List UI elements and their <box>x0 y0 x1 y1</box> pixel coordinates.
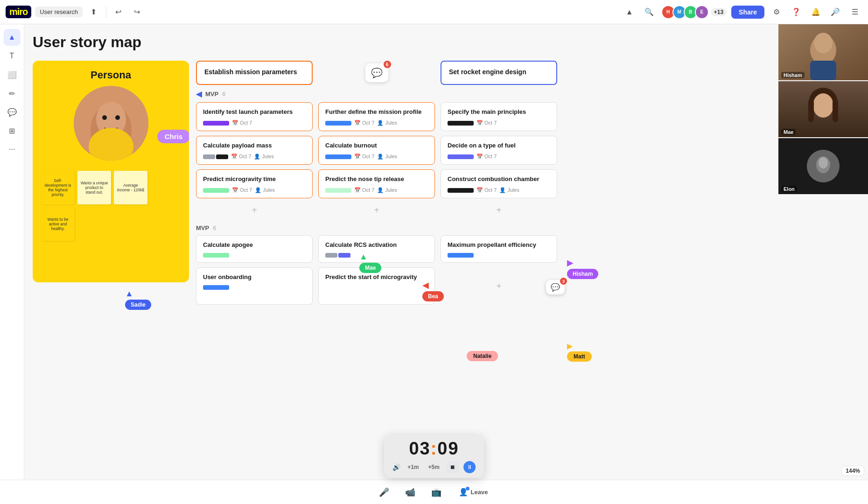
undo-button[interactable]: ↩ <box>111 5 126 20</box>
story-card-burnout[interactable]: Calculate burnout 📅 Oct 7 👤 Jules <box>318 136 435 165</box>
epic-card-2[interactable]: Set rocket engine design <box>441 61 557 85</box>
video-name-elon: Elon <box>781 186 797 192</box>
timer-display: 03:09 <box>409 440 459 457</box>
persona-card: Persona Chris Self-development is the h <box>33 61 189 282</box>
timer-plus5-button[interactable]: +5m <box>426 463 442 471</box>
timer-plus1-button[interactable]: +1m <box>405 463 421 471</box>
persona-sticky-notes: Self-development is the highest priority… <box>41 171 181 241</box>
video-panel: Hisham Mae <box>778 24 868 194</box>
mvp-label-1: ◀ MVP 6 <box>196 90 709 98</box>
story-card-payload[interactable]: Calculate payload mass 📅 Oct 7 👤 Jules <box>196 136 313 165</box>
share-button[interactable]: Share <box>731 6 764 19</box>
timer-stop-button[interactable]: ⏹ <box>447 461 459 473</box>
select-tool[interactable]: ▲ <box>4 29 21 46</box>
svg-rect-10 <box>810 61 836 80</box>
mvp-section-2: MVP 6 Calculate apogee Calculate RCS act… <box>196 224 709 305</box>
board-content: User story map Persona Chris <box>28 34 775 59</box>
camera-button[interactable]: 📹 <box>402 484 419 501</box>
floating-chat-bubble[interactable]: 💬 3 <box>546 280 565 294</box>
notification-button[interactable]: 🔔 <box>808 5 823 20</box>
persona-title: Persona <box>91 69 131 81</box>
story-card-mission-profile[interactable]: Further define the mission profile 📅 Oct… <box>318 102 435 131</box>
menu-button[interactable]: ☰ <box>847 5 862 20</box>
sticky-note-2: Wants a unique product to stand out. <box>77 171 111 204</box>
sticky-note-3: Average income - 120k$ <box>114 171 147 204</box>
text-tool[interactable]: T <box>4 48 21 64</box>
story-card-nose-tip[interactable]: Predict the nose tip release 📅 Oct 7 👤 J… <box>318 169 435 198</box>
comment-tool[interactable]: 💬 <box>4 104 21 120</box>
more-tools[interactable]: ··· <box>4 141 21 158</box>
help-button[interactable]: ❓ <box>789 5 804 20</box>
story-card-microgravity[interactable]: Predict microgravity time 📅 Oct 7 👤 Jule… <box>196 169 313 198</box>
video-tile-mae: Mae <box>778 81 868 137</box>
story-card-fuel[interactable]: Decide on a type of fuel 📅 Oct 7 <box>441 136 557 165</box>
leave-user-icon: 👤 <box>459 488 468 497</box>
story-map-area: Establish mission parameters 💬 6 Set roc… <box>196 61 709 309</box>
cards-row-5: User onboarding Predict the start of mic… <box>196 267 709 305</box>
miro-logo: miro <box>6 6 31 18</box>
cards-row-2: Calculate payload mass 📅 Oct 7 👤 Jules <box>196 136 709 165</box>
sticky-tool[interactable]: ⬜ <box>4 66 21 83</box>
chris-badge: Chris <box>157 130 189 143</box>
settings-button[interactable]: ⚙ <box>769 5 784 20</box>
persona-avatar <box>74 86 148 161</box>
svg-point-9 <box>814 33 833 53</box>
redo-button[interactable]: ↪ <box>130 5 145 20</box>
svg-rect-16 <box>833 99 838 122</box>
timer-widget: 03:09 🔊 +1m +5m ⏹ ⏸ <box>384 435 484 478</box>
mic-button[interactable]: 🎤 <box>376 484 392 501</box>
svg-rect-15 <box>808 99 814 122</box>
avatar-4: E <box>695 5 709 19</box>
zoom-badge: 144% <box>841 466 864 476</box>
story-card-principles[interactable]: Specify the main principles 📅 Oct 7 <box>441 102 557 131</box>
avatar-count: +13 <box>711 8 727 16</box>
search-zoom-button[interactable]: 🔍 <box>642 5 657 20</box>
svg-point-19 <box>819 157 828 168</box>
cards-row-4: Calculate apogee Calculate RCS activatio… <box>196 235 709 263</box>
video-tile-elon: Elon <box>778 138 868 194</box>
mvp-section-1: ◀ MVP 6 Identify test launch parameters … <box>196 90 709 217</box>
screen-share-button[interactable]: 📺 <box>428 484 445 501</box>
left-toolbar: ▲ T ⬜ ✏ 💬 ⊞ ··· » <box>0 24 24 504</box>
upload-button[interactable]: ⬆ <box>86 5 101 20</box>
cursor-sadie: ▲ Sadie <box>125 289 151 310</box>
add-card-3[interactable]: + <box>441 203 557 217</box>
epic-card-1[interactable]: Establish mission parameters <box>196 61 313 85</box>
chat-bubble-epic[interactable]: 💬 6 <box>318 61 435 85</box>
cards-row-1: Identify test launch parameters 📅 Oct 7 … <box>196 102 709 131</box>
add-card-2[interactable]: + <box>318 203 435 217</box>
bottom-bar: 🎤 📹 📺 👤 Leave <box>0 480 868 504</box>
timer-controls-row: 🔊 +1m +5m ⏹ ⏸ <box>392 461 476 473</box>
svg-point-3 <box>102 115 107 120</box>
add-row-1: + + + <box>196 203 709 217</box>
mvp-label-2: MVP 6 <box>196 224 709 231</box>
add-card-row5[interactable]: + <box>441 267 557 305</box>
timer-pause-button[interactable]: ⏸ <box>463 461 476 473</box>
svg-point-14 <box>813 93 833 118</box>
sticky-note-4: Wants to be active and healthy. <box>41 207 75 241</box>
search-button[interactable]: 🔎 <box>828 5 843 20</box>
cursor-natalie: Natalie <box>467 351 498 361</box>
video-name-mae: Mae <box>781 129 796 135</box>
cursor-icon[interactable]: ▲ <box>622 5 637 20</box>
epic-row: Establish mission parameters 💬 6 Set roc… <box>196 61 709 85</box>
cursor-matt: ▶ Matt <box>567 342 592 362</box>
leave-button[interactable]: 👤 Leave <box>454 485 493 499</box>
story-card-propellant[interactable]: Maximum propellant efficiency <box>441 235 557 263</box>
sticky-note-1: Self-development is the highest priority… <box>41 171 75 204</box>
video-name-hisham: Hisham <box>781 72 805 78</box>
avatar-group: H M B E +13 <box>661 5 727 19</box>
pen-tool[interactable]: ✏ <box>4 85 21 102</box>
frame-tool[interactable]: ⊞ <box>4 122 21 139</box>
board-name[interactable]: User research <box>35 7 83 17</box>
add-card-1[interactable]: + <box>196 203 313 217</box>
story-card-onboarding[interactable]: User onboarding <box>196 267 313 305</box>
svg-point-4 <box>115 115 120 120</box>
cards-row-3: Predict microgravity time 📅 Oct 7 👤 Jule… <box>196 169 709 198</box>
story-card-rcs[interactable]: Calculate RCS activation <box>318 235 435 263</box>
story-card-microgravity-start[interactable]: Predict the start of microgravity <box>318 267 435 305</box>
story-card-apogee[interactable]: Calculate apogee <box>196 235 313 263</box>
story-card-combustion[interactable]: Construct combustion chamber 📅 Oct 7 👤 J… <box>441 169 557 198</box>
timer-sound-icon: 🔊 <box>392 463 400 471</box>
story-card-identify[interactable]: Identify test launch parameters 📅 Oct 7 <box>196 102 313 131</box>
